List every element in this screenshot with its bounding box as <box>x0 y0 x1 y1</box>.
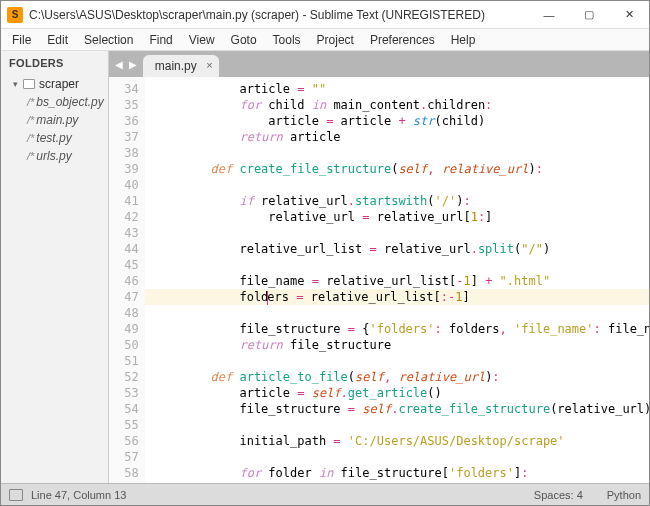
code-line[interactable]: def create_file_structure(self, relative… <box>145 161 649 177</box>
file-icon: /* <box>27 96 34 108</box>
file-icon: /* <box>27 132 34 144</box>
code-line[interactable]: for child in main_content.children: <box>145 97 649 113</box>
code-line[interactable] <box>145 225 649 241</box>
code-line[interactable] <box>145 177 649 193</box>
tab-nav: ◀ ▶ <box>109 51 143 77</box>
file-icon: /* <box>27 114 34 126</box>
tree-file[interactable]: /*main.py <box>5 111 104 129</box>
tree-file[interactable]: /*urls.py <box>5 147 104 165</box>
code-line[interactable]: if relative_url.startswith('/'): <box>145 193 649 209</box>
gutter: 3435363738394041424344454647484950515253… <box>109 77 145 483</box>
folder-tree: scraper /*bs_object.py/*main.py/*test.py… <box>1 75 108 165</box>
statusbar: Line 47, Column 13 Spaces: 4 Python <box>1 483 649 505</box>
code-line[interactable]: return file_structure <box>145 337 649 353</box>
code-line[interactable]: file_name = relative_url_list[-1] + ".ht… <box>145 273 649 289</box>
code-line[interactable] <box>145 353 649 369</box>
tab-next-icon[interactable]: ▶ <box>129 59 137 70</box>
sidebar-header: FOLDERS <box>1 51 108 75</box>
app-icon: S <box>7 7 23 23</box>
tab-close-icon[interactable]: × <box>206 59 212 71</box>
tab-label: main.py <box>155 59 197 73</box>
code-line[interactable]: initial_path = initial_path + '/' + fold… <box>145 481 649 483</box>
code-line[interactable]: relative_url_list = relative_url.split("… <box>145 241 649 257</box>
minimize-button[interactable]: — <box>529 1 569 29</box>
code-line[interactable]: file_structure = self.create_file_struct… <box>145 401 649 417</box>
menu-project[interactable]: Project <box>310 31 361 49</box>
menu-selection[interactable]: Selection <box>77 31 140 49</box>
code-wrap: 3435363738394041424344454647484950515253… <box>109 77 649 483</box>
tab-active[interactable]: main.py × <box>143 55 219 77</box>
menubar: FileEditSelectionFindViewGotoToolsProjec… <box>1 29 649 51</box>
tree-file[interactable]: /*test.py <box>5 129 104 147</box>
menu-edit[interactable]: Edit <box>40 31 75 49</box>
code-line[interactable]: article = "" <box>145 81 649 97</box>
tree-folder-root[interactable]: scraper <box>5 75 104 93</box>
code-line[interactable] <box>145 145 649 161</box>
code-line[interactable]: file_structure = {'folders': folders, 'f… <box>145 321 649 337</box>
code-line[interactable] <box>145 305 649 321</box>
code-line[interactable] <box>145 417 649 433</box>
status-syntax[interactable]: Python <box>607 489 641 501</box>
code-line[interactable] <box>145 257 649 273</box>
menu-help[interactable]: Help <box>444 31 483 49</box>
editor-area: ◀ ▶ main.py × 34353637383940414243444546… <box>109 51 649 483</box>
close-button[interactable]: ✕ <box>609 1 649 29</box>
code-line[interactable]: folders = relative_url_list[:-1] <box>145 289 649 305</box>
code-line[interactable]: initial_path = 'C:/Users/ASUS/Desktop/sc… <box>145 433 649 449</box>
code-line[interactable]: article = article + str(child) <box>145 113 649 129</box>
file-icon: /* <box>27 150 34 162</box>
status-spaces[interactable]: Spaces: 4 <box>534 489 583 501</box>
menu-preferences[interactable]: Preferences <box>363 31 442 49</box>
menu-goto[interactable]: Goto <box>224 31 264 49</box>
status-position[interactable]: Line 47, Column 13 <box>31 489 126 501</box>
menu-file[interactable]: File <box>5 31 38 49</box>
code-line[interactable]: for folder in file_structure['folders']: <box>145 465 649 481</box>
code-line[interactable]: def article_to_file(self, relative_url): <box>145 369 649 385</box>
tab-prev-icon[interactable]: ◀ <box>115 59 123 70</box>
tree-file[interactable]: /*bs_object.py <box>5 93 104 111</box>
titlebar: S C:\Users\ASUS\Desktop\scraper\main.py … <box>1 1 649 29</box>
sidebar-toggle-icon[interactable] <box>9 489 23 501</box>
code-editor[interactable]: article = "" for child in main_content.c… <box>145 77 649 483</box>
tabbar: ◀ ▶ main.py × <box>109 51 649 77</box>
sidebar: FOLDERS scraper /*bs_object.py/*main.py/… <box>1 51 109 483</box>
menu-tools[interactable]: Tools <box>266 31 308 49</box>
code-line[interactable]: relative_url = relative_url[1:] <box>145 209 649 225</box>
code-line[interactable] <box>145 449 649 465</box>
main-area: FOLDERS scraper /*bs_object.py/*main.py/… <box>1 51 649 483</box>
code-line[interactable]: article = self.get_article() <box>145 385 649 401</box>
menu-view[interactable]: View <box>182 31 222 49</box>
window-controls: — ▢ ✕ <box>529 1 649 29</box>
code-line[interactable]: return article <box>145 129 649 145</box>
tree-folder-label: scraper <box>39 77 79 91</box>
menu-find[interactable]: Find <box>142 31 179 49</box>
folder-icon <box>23 79 35 89</box>
window-title: C:\Users\ASUS\Desktop\scraper\main.py (s… <box>29 8 529 22</box>
maximize-button[interactable]: ▢ <box>569 1 609 29</box>
